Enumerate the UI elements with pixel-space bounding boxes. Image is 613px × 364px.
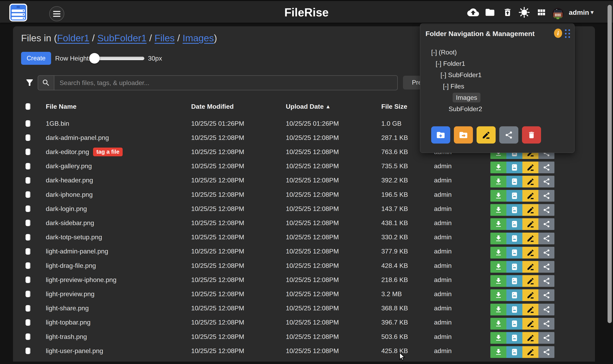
breadcrumb-link-images[interactable]: Images bbox=[183, 33, 214, 43]
edit-icon[interactable] bbox=[522, 346, 538, 358]
row-checkbox[interactable] bbox=[26, 177, 30, 184]
drag-handle-icon[interactable] bbox=[565, 29, 570, 38]
search-input[interactable] bbox=[54, 75, 398, 90]
header-date-modified[interactable]: Date Modified bbox=[191, 101, 234, 112]
row-checkbox[interactable] bbox=[26, 220, 30, 226]
row-checkbox[interactable] bbox=[26, 305, 30, 312]
edit-icon[interactable] bbox=[522, 218, 538, 230]
image-preview-icon[interactable] bbox=[506, 304, 522, 315]
edit-icon[interactable] bbox=[522, 304, 538, 315]
edit-icon[interactable] bbox=[522, 289, 538, 301]
share-icon[interactable] bbox=[538, 190, 554, 202]
slider-thumb[interactable] bbox=[89, 53, 100, 64]
file-name[interactable]: dark-admin-panel.png bbox=[46, 134, 109, 142]
file-name[interactable]: light-drag-file.png bbox=[46, 262, 96, 270]
edit-icon[interactable] bbox=[522, 261, 538, 273]
create-button[interactable]: Create bbox=[21, 52, 51, 65]
row-checkbox[interactable] bbox=[26, 134, 30, 141]
download-icon[interactable] bbox=[490, 204, 506, 216]
header-file-name[interactable]: File Name bbox=[46, 101, 76, 112]
row-checkbox[interactable] bbox=[26, 291, 30, 297]
row-checkbox[interactable] bbox=[26, 348, 30, 354]
share-icon[interactable] bbox=[538, 346, 554, 358]
tree-toggle[interactable]: [-] bbox=[443, 83, 450, 90]
folder-tree-item[interactable]: [-] (Root) bbox=[431, 47, 457, 57]
image-preview-icon[interactable] bbox=[506, 261, 522, 273]
file-name[interactable]: light-trash.png bbox=[46, 333, 87, 340]
edit-icon[interactable] bbox=[522, 318, 538, 330]
download-icon[interactable] bbox=[490, 218, 506, 230]
download-icon[interactable] bbox=[490, 304, 506, 315]
row-checkbox[interactable] bbox=[26, 120, 30, 127]
header-upload-date[interactable]: Upload Date ▲ bbox=[286, 101, 331, 112]
tree-label[interactable]: SubFolder2 bbox=[449, 105, 482, 113]
filter-icon[interactable] bbox=[25, 76, 34, 89]
header-file-size[interactable]: File Size bbox=[381, 101, 407, 112]
file-name[interactable]: dark-header.png bbox=[46, 177, 93, 184]
file-name[interactable]: light-share.png bbox=[46, 304, 89, 312]
file-name[interactable]: light-topbar.png bbox=[46, 319, 91, 326]
grid-view-icon[interactable] bbox=[536, 1, 546, 24]
file-name[interactable]: dark-login.png bbox=[46, 205, 87, 213]
tree-toggle[interactable]: [-] bbox=[441, 71, 448, 79]
folder-tree-item[interactable]: [-] SubFolder1 bbox=[441, 70, 482, 80]
breadcrumb-link-subfolder1[interactable]: SubFolder1 bbox=[97, 33, 147, 43]
folder-tree-item[interactable]: Images bbox=[453, 93, 480, 103]
download-icon[interactable] bbox=[490, 176, 506, 187]
download-icon[interactable] bbox=[490, 162, 506, 173]
image-preview-icon[interactable] bbox=[506, 218, 522, 230]
file-name[interactable]: light-admin-panel.png bbox=[46, 247, 108, 255]
file-name[interactable]: light-user-panel.png bbox=[46, 347, 103, 355]
share-icon[interactable] bbox=[538, 304, 554, 315]
row-checkbox[interactable] bbox=[26, 206, 30, 212]
share-icon[interactable] bbox=[538, 318, 554, 330]
image-preview-icon[interactable] bbox=[506, 190, 522, 202]
tree-label[interactable]: Folder1 bbox=[443, 60, 465, 67]
caret-down-icon[interactable]: ▼ bbox=[589, 1, 595, 24]
share-icon[interactable] bbox=[538, 218, 554, 230]
share-icon[interactable] bbox=[538, 233, 554, 244]
image-preview-icon[interactable] bbox=[506, 275, 522, 287]
row-checkbox[interactable] bbox=[26, 163, 30, 169]
share-icon[interactable] bbox=[538, 289, 554, 301]
download-icon[interactable] bbox=[490, 318, 506, 330]
theme-brightness-icon[interactable] bbox=[518, 1, 530, 24]
tree-label[interactable]: Files bbox=[450, 83, 464, 90]
file-name[interactable]: dark-iphone.png bbox=[46, 191, 93, 198]
image-preview-icon[interactable] bbox=[506, 204, 522, 216]
download-icon[interactable] bbox=[490, 190, 506, 202]
user-name[interactable]: admin bbox=[569, 1, 589, 24]
image-preview-icon[interactable] bbox=[506, 346, 522, 358]
move-folder-button[interactable] bbox=[454, 126, 473, 143]
row-checkbox[interactable] bbox=[26, 262, 30, 269]
rename-folder-button[interactable] bbox=[477, 126, 496, 143]
image-preview-icon[interactable] bbox=[506, 176, 522, 187]
edit-icon[interactable] bbox=[522, 332, 538, 344]
image-preview-icon[interactable] bbox=[506, 332, 522, 344]
image-preview-icon[interactable] bbox=[506, 289, 522, 301]
row-checkbox[interactable] bbox=[26, 319, 30, 326]
create-folder-button[interactable] bbox=[431, 126, 450, 143]
folder-tree-item[interactable]: [-] Folder1 bbox=[436, 59, 465, 68]
file-name[interactable]: light-preview-iphone.png bbox=[46, 276, 117, 284]
folder-tree-item[interactable]: [-] Files bbox=[443, 81, 464, 91]
share-icon[interactable] bbox=[538, 275, 554, 287]
share-icon[interactable] bbox=[538, 261, 554, 273]
tree-toggle[interactable]: [-] bbox=[436, 60, 443, 67]
image-preview-icon[interactable] bbox=[506, 318, 522, 330]
breadcrumb-link-files[interactable]: Files bbox=[154, 33, 175, 43]
tree-toggle[interactable]: [-] bbox=[431, 49, 439, 56]
tree-label[interactable]: (Root) bbox=[439, 49, 457, 56]
image-preview-icon[interactable] bbox=[506, 247, 522, 259]
download-icon[interactable] bbox=[490, 261, 506, 273]
row-checkbox[interactable] bbox=[26, 191, 30, 198]
download-icon[interactable] bbox=[490, 275, 506, 287]
tree-label[interactable]: SubFolder1 bbox=[448, 71, 481, 79]
tree-label[interactable]: Images bbox=[456, 94, 477, 102]
edit-icon[interactable] bbox=[522, 162, 538, 173]
share-icon[interactable] bbox=[538, 332, 554, 344]
restore-trash-icon[interactable] bbox=[503, 1, 513, 24]
row-checkbox[interactable] bbox=[26, 149, 30, 155]
select-all-checkbox[interactable] bbox=[26, 101, 30, 112]
edit-icon[interactable] bbox=[522, 275, 538, 287]
